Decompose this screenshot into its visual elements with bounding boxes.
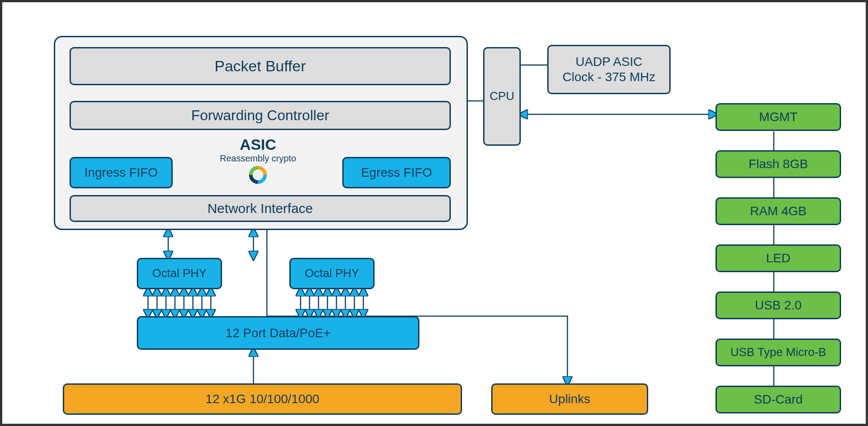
usb-micro-box: USB Type Micro-B xyxy=(715,339,841,366)
asic-subtitle: Reassembly crypto xyxy=(213,153,303,164)
asic-title: ASIC xyxy=(213,136,303,153)
led-box: LED xyxy=(715,244,841,272)
egress-fifo-box: Egress FIFO xyxy=(342,157,451,188)
asic-label: ASIC Reassembly crypto xyxy=(213,136,303,164)
uadp-clock-box: UADP ASIC Clock - 375 MHz xyxy=(547,45,671,94)
flash-box: Flash 8GB xyxy=(715,150,841,178)
ram-box: RAM 4GB xyxy=(715,197,841,225)
recycle-arrows-icon xyxy=(246,163,270,187)
network-interface-box: Network Interface xyxy=(70,195,451,222)
forwarding-controller-box: Forwarding Controller xyxy=(70,101,451,130)
packet-buffer-box: Packet Buffer xyxy=(70,47,451,85)
sdcard-box: SD-Card xyxy=(715,386,841,413)
cpu-box: CPU xyxy=(483,47,521,146)
port-data-box: 12 Port Data/PoE+ xyxy=(137,316,419,350)
mgmt-box: MGMT xyxy=(715,103,841,131)
octal-phy-2-box: Octal PHY xyxy=(289,258,375,289)
uplinks-box: Uplinks xyxy=(491,383,648,415)
ingress-fifo-box: Ingress FIFO xyxy=(70,157,173,188)
diagram-canvas: Packet Buffer Forwarding Controller ASIC… xyxy=(0,0,868,426)
usb20-box: USB 2.0 xyxy=(715,291,841,319)
gig-ports-box: 12 x1G 10/100/1000 xyxy=(63,383,462,415)
octal-phy-1-box: Octal PHY xyxy=(137,258,222,289)
